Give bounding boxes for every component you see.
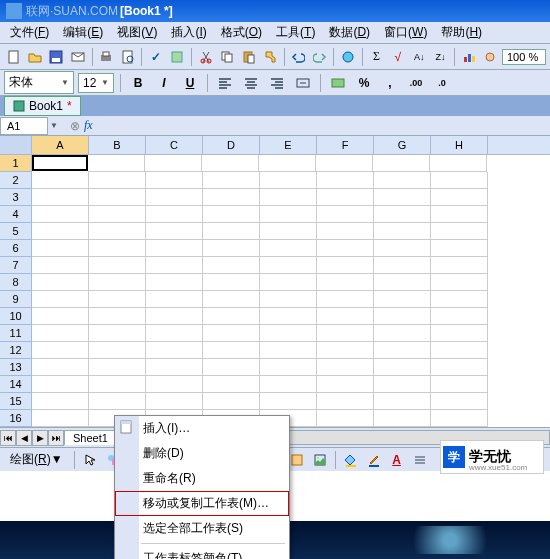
cell-A13[interactable] <box>32 359 89 376</box>
merge-center-icon[interactable] <box>292 73 314 93</box>
sheet-tab-sheet1[interactable]: Sheet1 <box>64 430 117 445</box>
col-head-A[interactable]: A <box>32 136 89 154</box>
cell-C14[interactable] <box>146 376 203 393</box>
row-head-7[interactable]: 7 <box>0 257 32 274</box>
cell-G16[interactable] <box>374 410 431 427</box>
col-head-D[interactable]: D <box>203 136 260 154</box>
cell-B1[interactable] <box>88 155 145 172</box>
fill-color-icon[interactable] <box>341 450 361 470</box>
mail-icon[interactable] <box>68 47 87 67</box>
row-head-15[interactable]: 15 <box>0 393 32 410</box>
cell-G13[interactable] <box>374 359 431 376</box>
cell-B9[interactable] <box>89 291 146 308</box>
cell-F8[interactable] <box>317 274 374 291</box>
cell-A2[interactable] <box>32 172 89 189</box>
cell-B6[interactable] <box>89 240 146 257</box>
line-style-icon[interactable] <box>410 450 430 470</box>
row-head-14[interactable]: 14 <box>0 376 32 393</box>
cell-B11[interactable] <box>89 325 146 342</box>
cell-B13[interactable] <box>89 359 146 376</box>
format-painter-icon[interactable] <box>260 47 279 67</box>
save-icon[interactable] <box>47 47 66 67</box>
cell-G11[interactable] <box>374 325 431 342</box>
cell-C8[interactable] <box>146 274 203 291</box>
hyperlink-icon[interactable] <box>338 47 357 67</box>
cell-E15[interactable] <box>260 393 317 410</box>
print-icon[interactable] <box>97 47 116 67</box>
decrease-decimal-icon[interactable]: .0 <box>431 73 453 93</box>
cell-B2[interactable] <box>89 172 146 189</box>
copy-icon[interactable] <box>217 47 236 67</box>
insert-picture-icon[interactable] <box>310 450 330 470</box>
cell-H14[interactable] <box>431 376 488 393</box>
cell-E10[interactable] <box>260 308 317 325</box>
paste-icon[interactable] <box>239 47 258 67</box>
select-all-corner[interactable] <box>0 136 32 154</box>
menu-edit[interactable]: 编辑(E) <box>57 22 109 43</box>
italic-button[interactable]: I <box>153 73 175 93</box>
cm-insert[interactable]: 插入(I)… <box>115 416 289 441</box>
cell-F11[interactable] <box>317 325 374 342</box>
cell-G7[interactable] <box>374 257 431 274</box>
cell-B15[interactable] <box>89 393 146 410</box>
cell-F4[interactable] <box>317 206 374 223</box>
row-head-3[interactable]: 3 <box>0 189 32 206</box>
autosum-icon[interactable]: Σ <box>367 47 386 67</box>
cell-G5[interactable] <box>374 223 431 240</box>
cm-select-all[interactable]: 选定全部工作表(S) <box>115 516 289 541</box>
cell-A4[interactable] <box>32 206 89 223</box>
cell-A6[interactable] <box>32 240 89 257</box>
cell-B12[interactable] <box>89 342 146 359</box>
cell-F3[interactable] <box>317 189 374 206</box>
cell-A1[interactable] <box>32 155 88 171</box>
col-head-G[interactable]: G <box>374 136 431 154</box>
cell-A5[interactable] <box>32 223 89 240</box>
cell-D7[interactable] <box>203 257 260 274</box>
cell-H15[interactable] <box>431 393 488 410</box>
cell-G10[interactable] <box>374 308 431 325</box>
cell-E13[interactable] <box>260 359 317 376</box>
cell-F7[interactable] <box>317 257 374 274</box>
cell-H4[interactable] <box>431 206 488 223</box>
cell-C7[interactable] <box>146 257 203 274</box>
cell-E14[interactable] <box>260 376 317 393</box>
row-head-13[interactable]: 13 <box>0 359 32 376</box>
row-head-4[interactable]: 4 <box>0 206 32 223</box>
cell-B3[interactable] <box>89 189 146 206</box>
row-head-16[interactable]: 16 <box>0 410 32 427</box>
row-head-8[interactable]: 8 <box>0 274 32 291</box>
cell-F10[interactable] <box>317 308 374 325</box>
cell-H12[interactable] <box>431 342 488 359</box>
cell-H2[interactable] <box>431 172 488 189</box>
cell-E12[interactable] <box>260 342 317 359</box>
cm-rename[interactable]: 重命名(R) <box>115 466 289 491</box>
bold-button[interactable]: B <box>127 73 149 93</box>
cell-H1[interactable] <box>430 155 487 172</box>
col-head-C[interactable]: C <box>146 136 203 154</box>
cancel-formula-icon[interactable]: ⊗ <box>70 119 80 133</box>
cell-C11[interactable] <box>146 325 203 342</box>
cell-E1[interactable] <box>259 155 316 172</box>
percent-icon[interactable]: % <box>353 73 375 93</box>
cell-B14[interactable] <box>89 376 146 393</box>
cell-C1[interactable] <box>145 155 202 172</box>
cell-F14[interactable] <box>317 376 374 393</box>
cell-D12[interactable] <box>203 342 260 359</box>
menu-data[interactable]: 数据(D) <box>323 22 376 43</box>
align-right-icon[interactable] <box>266 73 288 93</box>
cell-G12[interactable] <box>374 342 431 359</box>
cell-B5[interactable] <box>89 223 146 240</box>
cell-D5[interactable] <box>203 223 260 240</box>
row-head-1[interactable]: 1 <box>0 155 32 172</box>
new-icon[interactable] <box>4 47 23 67</box>
cell-E5[interactable] <box>260 223 317 240</box>
cell-C3[interactable] <box>146 189 203 206</box>
cell-H16[interactable] <box>431 410 488 427</box>
cell-B8[interactable] <box>89 274 146 291</box>
cell-C12[interactable] <box>146 342 203 359</box>
cell-A12[interactable] <box>32 342 89 359</box>
col-head-F[interactable]: F <box>317 136 374 154</box>
zoom-level[interactable]: 100 % <box>502 49 546 65</box>
cell-D6[interactable] <box>203 240 260 257</box>
tab-nav-next-icon[interactable]: ▶ <box>32 430 48 446</box>
